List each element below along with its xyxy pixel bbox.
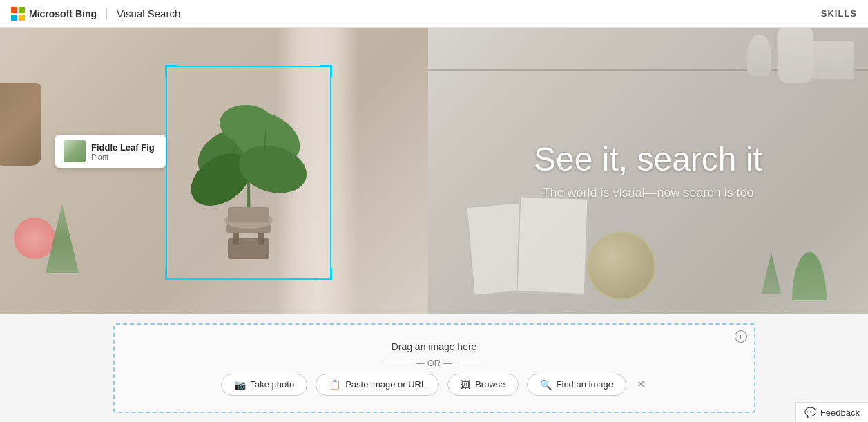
browse-label: Browse: [475, 379, 505, 390]
feedback-button[interactable]: 💬 Feedback: [795, 402, 868, 422]
plant-selection-area: [166, 66, 331, 280]
hero-text-block: See it, search it The world is visual—no…: [534, 142, 762, 201]
hero-background: Fiddle Leaf Fig Plant: [0, 28, 868, 314]
find-image-label: Find an image: [557, 379, 613, 390]
tooltip-thumbnail: [64, 140, 86, 162]
upload-buttons-group: 📷 Take photo 📋 Paste image or URL 🖼 Brow…: [221, 374, 648, 396]
paste-icon: 📋: [329, 379, 340, 390]
corner-br: [320, 268, 332, 280]
tooltip-plant-type: Plant: [91, 153, 155, 161]
logo-green: [19, 7, 25, 13]
paste-image-label: Paste image or URL: [345, 379, 426, 390]
feedback-label: Feedback: [820, 407, 860, 418]
browse-button[interactable]: 🖼 Browse: [447, 374, 518, 396]
flower-decoration: [14, 218, 55, 259]
frame-decoration-2: [517, 195, 589, 294]
logo-blue: [11, 15, 17, 21]
logo-red: [11, 7, 17, 13]
search-icon: 🔍: [540, 379, 552, 390]
bing-logo-grid: [11, 7, 25, 21]
take-photo-button[interactable]: 📷 Take photo: [221, 374, 308, 396]
info-button[interactable]: i: [735, 330, 747, 343]
browse-icon: 🖼: [461, 379, 470, 390]
vase-decoration-1: [778, 28, 813, 83]
tooltip-content: Fiddle Leaf Fig Plant: [91, 142, 155, 161]
or-divider: — OR —: [383, 358, 485, 368]
camera-icon: 📷: [234, 379, 246, 390]
tooltip-plant-name: Fiddle Leaf Fig: [91, 142, 155, 153]
hero-left-panel: Fiddle Leaf Fig Plant: [0, 28, 428, 314]
small-plant-1: [758, 252, 785, 294]
globe-decoration: [587, 231, 656, 300]
logo-yellow: [19, 15, 25, 21]
or-line-left: [383, 363, 410, 363]
or-label: — OR —: [416, 358, 452, 368]
basket-decoration: [0, 83, 41, 166]
header-divider: [106, 8, 107, 20]
find-image-button[interactable]: 🔍 Find an image: [527, 374, 626, 396]
header: Microsoft Bing Visual Search SKILLS: [0, 0, 868, 28]
search-result-tooltip[interactable]: Fiddle Leaf Fig Plant: [55, 135, 166, 168]
page-title: Visual Search: [117, 8, 180, 19]
vase-decoration-3: [813, 41, 854, 79]
plant-svg: [173, 73, 325, 266]
feedback-icon: 💬: [804, 407, 816, 418]
upload-dropzone[interactable]: i Drag an image here — OR — 📷 Take photo…: [113, 323, 755, 413]
small-plant-2: [792, 252, 827, 300]
bing-logo: Microsoft Bing: [11, 7, 97, 21]
header-left: Microsoft Bing Visual Search: [11, 7, 180, 21]
take-photo-label: Take photo: [251, 379, 295, 390]
vase-decoration-2: [747, 35, 771, 76]
bing-logo-text: Microsoft Bing: [29, 8, 97, 19]
upload-section: i Drag an image here — OR — 📷 Take photo…: [0, 314, 868, 422]
hero-section: Fiddle Leaf Fig Plant: [0, 28, 868, 314]
close-find-image-button[interactable]: ×: [635, 377, 648, 392]
hero-heading: See it, search it: [534, 142, 762, 178]
drag-text: Drag an image here: [392, 341, 477, 352]
skills-button[interactable]: SKILLS: [821, 8, 857, 19]
paste-image-button[interactable]: 📋 Paste image or URL: [316, 374, 439, 396]
hero-subtext: The world is visual—now search is too: [534, 186, 762, 200]
or-line-right: [458, 363, 485, 363]
corner-bl: [165, 268, 177, 280]
svg-rect-5: [228, 207, 269, 222]
hero-right-panel: See it, search it The world is visual—no…: [428, 28, 868, 314]
